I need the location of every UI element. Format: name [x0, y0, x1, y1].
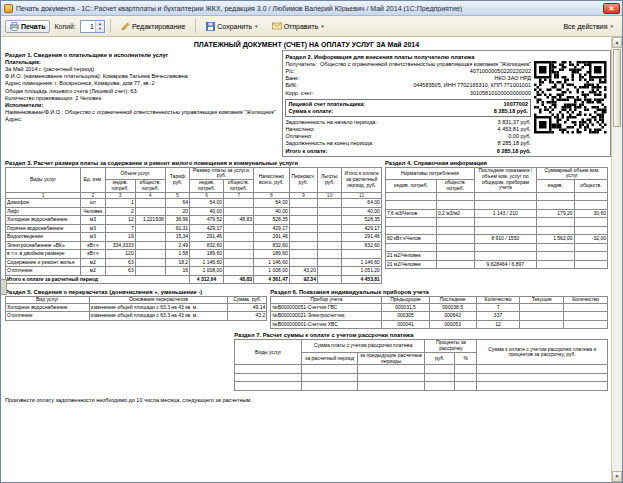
table-cell: [235, 382, 302, 391]
pencil-icon: [121, 22, 130, 31]
table-cell: изменение общей площади с 63,3 на 43 кв.…: [89, 312, 228, 321]
table-cell: 64,00: [342, 199, 382, 208]
document-content: ПЛАТЕЖНЫЙ ДОКУМЕНТ (СЧЕТ) НА ОПЛАТУ УСЛУ…: [1, 37, 611, 482]
col-sum-com: обществ.: [574, 180, 607, 193]
send-dropdown-icon[interactable]: ▾: [321, 23, 324, 29]
table-row: Содержание и ремонт жильям26318,21 146,6…: [6, 258, 382, 267]
table-cell: 21 м2/Человек: [385, 252, 436, 261]
table-cell: [425, 373, 455, 382]
table-cell: [317, 216, 341, 225]
row-value: 8 285,18 руб.: [498, 140, 531, 147]
col-current: Текущие: [520, 297, 564, 304]
scrollbar-thumb[interactable]: [613, 49, 621, 127]
table-cell: [289, 207, 317, 216]
table-cell: [223, 199, 253, 208]
row-label: Начислено:: [285, 126, 315, 133]
table-cell: [474, 252, 536, 261]
section-1: Раздел 1. Сведения о плательщике и испол…: [5, 50, 282, 123]
table-cell: [536, 226, 574, 235]
scroll-down-button[interactable]: ▼: [612, 471, 622, 482]
table-cell: [317, 207, 341, 216]
table-cell: 40,00: [190, 207, 224, 216]
table-cell: [289, 241, 317, 250]
table-cell: [302, 382, 358, 391]
window-title: Печать документа - 1С: Расчет квартплаты…: [16, 5, 600, 12]
table-cell: 1 008,00: [254, 267, 290, 276]
spin-down-icon[interactable]: ▼: [96, 26, 104, 32]
label-value-row: Оплачено:0,00 руб.: [285, 133, 531, 140]
scrollbar-track[interactable]: [612, 128, 622, 471]
table-row: Горячее водоснабжением3761,31429,17429,1…: [6, 224, 382, 233]
left-gutter-marker[interactable]: [1, 279, 7, 295]
table-cell: [223, 233, 253, 242]
toolbar: Печать Копий: ▲ ▼ Редактирование Сохрани…: [1, 16, 622, 37]
row-value: НКО ЗАО НРД: [494, 75, 531, 82]
copies-spin-arrows[interactable]: ▲ ▼: [95, 21, 104, 32]
table-cell: 2: [105, 207, 135, 216]
table-cell: 30,60: [574, 209, 607, 218]
table-cell: 1 146,60: [254, 258, 290, 267]
edit-mode-label: Редактирование: [132, 23, 185, 30]
table-cell: 000031,5: [382, 303, 429, 312]
table-cell: Отопление: [6, 267, 81, 276]
installment-table: Виды услуг Сумма платы с учетом рассрочк…: [234, 339, 608, 391]
table-cell: м3: [81, 224, 105, 233]
col-pct: %: [455, 352, 477, 365]
printer-icon: [10, 22, 19, 31]
table-cell: [317, 258, 341, 267]
table-cell: 1 146,60: [342, 258, 382, 267]
table-cell: [223, 267, 253, 276]
table-cell: 334,3333: [105, 241, 135, 250]
copies-input[interactable]: [81, 21, 95, 32]
table-row: 21 м2/Человек: [385, 252, 607, 261]
label-value-row: Задолженность на начало периода:3 831,37…: [285, 119, 531, 126]
table-cell: 1 008,00: [190, 267, 224, 276]
table-cell: 000041: [382, 320, 429, 329]
table-row: [385, 243, 607, 252]
table-cell: 64,00: [254, 199, 290, 208]
print-button-label: Печать: [21, 23, 45, 30]
table-cell: 1 143 / 210: [474, 209, 536, 218]
all-actions-dropdown-icon[interactable]: ▾: [610, 23, 613, 29]
close-button[interactable]: ✕: [603, 3, 620, 14]
table-cell: [135, 207, 165, 216]
print-button[interactable]: Печать: [5, 20, 50, 33]
col-tariff: Тариф руб.: [165, 167, 189, 192]
total-size-ind: 4 312,64: [190, 275, 224, 284]
document-area: ПЛАТЕЖНЫЙ ДОКУМЕНТ (СЧЕТ) НА ОПЛАТУ УСЛУ…: [1, 37, 622, 482]
col-service: Вид услуг: [6, 297, 90, 304]
table-cell: [135, 250, 165, 259]
row-value: Общество с ограниченной ответственностью…: [320, 61, 531, 68]
row-value: 4 453,81 руб.: [498, 126, 531, 133]
table-row: 7,6 м3/Челов0,2 м3/м21 143 / 210179,2030…: [385, 209, 607, 218]
col-benefits: Льготы, руб.: [317, 167, 341, 192]
send-button[interactable]: Отправить ▾: [267, 20, 329, 32]
section-2-heading: Раздел 2. Информация для внесения платы …: [285, 54, 608, 60]
table-cell: 43,20: [289, 267, 317, 276]
table-cell: Лифт: [6, 207, 81, 216]
table-cell: 337: [476, 312, 520, 321]
table-cell: [317, 241, 341, 250]
scroll-up-button[interactable]: ▲: [612, 37, 622, 48]
edit-mode-button[interactable]: Редактирование: [116, 20, 190, 33]
all-actions-button[interactable]: Все действия ▾: [558, 21, 618, 32]
table-cell: [342, 250, 382, 259]
save-dropdown-icon[interactable]: ▾: [255, 23, 258, 29]
section-7-heading: Раздел 7. Расчет суммы к оплате с учетом…: [234, 332, 608, 338]
col-size-com: обществ. потреб.: [223, 180, 253, 193]
table-cell: [474, 226, 536, 235]
copies-stepper[interactable]: ▲ ▼: [80, 20, 105, 33]
row-value: 8 285,18 руб.: [497, 148, 531, 155]
vertical-scrollbar[interactable]: ▲ ▼: [611, 37, 622, 482]
table-row: Холодное водоснабжениеизменение общей пл…: [6, 303, 267, 312]
table-cell: 7,6 м3/Челов: [385, 209, 436, 218]
table-cell: [425, 365, 455, 374]
table-cell: 63: [105, 267, 135, 276]
table-cell: [474, 192, 536, 201]
table-cell: [135, 258, 165, 267]
label-value-row: Корр. счет:30105810100000000000: [285, 90, 531, 97]
app-icon: [4, 4, 13, 13]
table-cell: [289, 258, 317, 267]
col-size-ind: индив. потреб.: [190, 180, 224, 193]
save-button[interactable]: Сохранить ▾: [201, 20, 262, 33]
